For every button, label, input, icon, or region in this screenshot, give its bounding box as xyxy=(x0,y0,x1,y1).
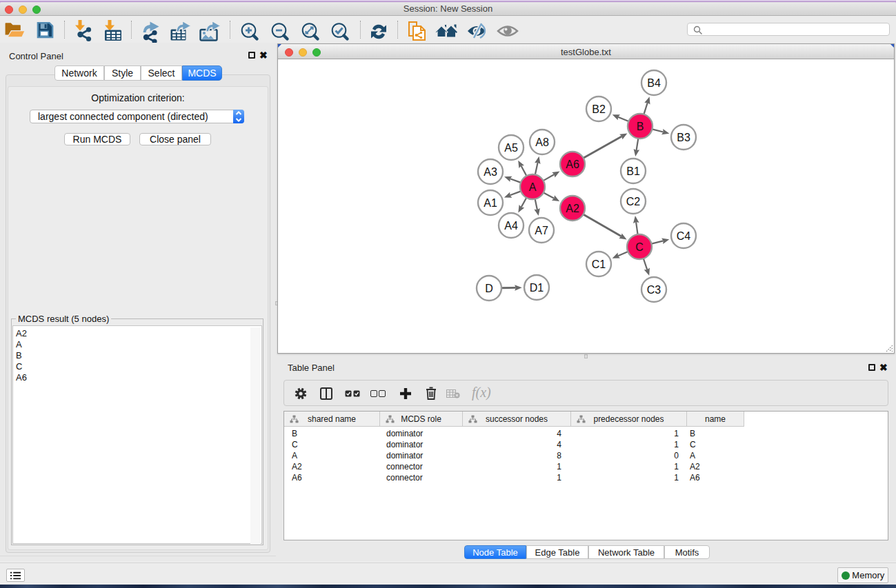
svg-text:A7: A7 xyxy=(535,225,548,236)
svg-text:B3: B3 xyxy=(677,132,690,143)
svg-text:B2: B2 xyxy=(592,103,606,115)
svg-text:C1: C1 xyxy=(592,258,606,270)
svg-text:C3: C3 xyxy=(647,284,661,296)
svg-text:D: D xyxy=(485,283,493,294)
svg-text:D1: D1 xyxy=(530,282,544,294)
svg-text:A1: A1 xyxy=(484,197,497,209)
svg-text:A6: A6 xyxy=(566,159,579,170)
svg-text:B: B xyxy=(637,121,644,132)
svg-text:B1: B1 xyxy=(626,165,640,177)
svg-text:C4: C4 xyxy=(677,230,691,242)
svg-text:A3: A3 xyxy=(484,166,497,178)
svg-text:A: A xyxy=(529,181,537,193)
svg-text:C: C xyxy=(635,241,644,253)
svg-text:A8: A8 xyxy=(535,136,549,148)
svg-text:A4: A4 xyxy=(504,220,518,232)
svg-text:A5: A5 xyxy=(504,142,518,154)
svg-text:A2: A2 xyxy=(566,203,579,214)
svg-text:B4: B4 xyxy=(647,77,661,89)
svg-text:C2: C2 xyxy=(626,196,641,207)
